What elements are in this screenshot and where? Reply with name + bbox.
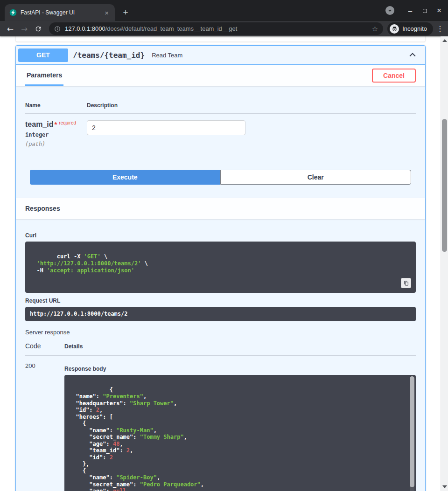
parameter-name-cell: team_id*required integer (path) xyxy=(25,120,87,147)
url-host: 127.0.0.1:8000 xyxy=(65,25,105,32)
responses-header: Responses xyxy=(16,198,425,219)
parameters-header: Parameters Cancel xyxy=(16,65,425,86)
swagger-page: GET /teams/{team_id} Read Team Parameter… xyxy=(0,36,448,491)
endpoint-summary: Read Team xyxy=(152,52,182,59)
parameters-table-header: Name Description xyxy=(25,96,416,114)
titlebar: FastAPI - Swagger UI × + – × xyxy=(0,0,448,21)
request-url-value: http://127.0.0.1:8000/teams/2 xyxy=(25,307,416,321)
server-response-label: Server response xyxy=(25,329,416,336)
method-badge: GET xyxy=(18,48,68,62)
tab-title: FastAPI - Swagger UI xyxy=(21,9,103,16)
maximize-button[interactable] xyxy=(421,7,428,14)
parameter-name: team_id xyxy=(25,120,53,128)
response-details-cell: Response body { "name": "Preventers", "h… xyxy=(64,362,416,491)
address-bar[interactable]: 127.0.0.1:8000/docs#/default/read_team_t… xyxy=(49,22,383,35)
window-controls: – × xyxy=(385,0,442,21)
new-tab-button[interactable]: + xyxy=(119,7,132,19)
required-label: required xyxy=(59,120,76,125)
responses-title: Responses xyxy=(25,205,60,212)
request-url-label: Request URL xyxy=(25,297,416,304)
response-row: 200 Response body { "name": "Preventers"… xyxy=(25,362,416,491)
curl-label: Curl xyxy=(25,232,416,239)
scroll-up-icon[interactable] xyxy=(442,39,447,42)
close-button[interactable]: × xyxy=(436,7,442,14)
previous-section-edge xyxy=(15,36,426,42)
curl-code: curl -X 'GET' \ 'http://127.0.0.1:8000/t… xyxy=(25,242,416,293)
status-code: 200 xyxy=(25,362,64,491)
parameters-section: Name Description team_id*required intege… xyxy=(16,86,425,198)
required-star: * xyxy=(54,120,57,128)
incognito-icon xyxy=(390,24,399,34)
description-column-header: Description xyxy=(87,102,118,109)
url-text[interactable]: 127.0.0.1:8000/docs#/default/read_team_t… xyxy=(65,25,372,32)
parameter-location: (path) xyxy=(25,141,87,147)
forward-icon: → xyxy=(18,23,31,35)
name-column-header: Name xyxy=(25,102,87,109)
parameter-row: team_id*required integer (path) xyxy=(25,114,416,147)
response-scrollbar-thumb[interactable] xyxy=(410,376,414,487)
response-body-label: Response body xyxy=(64,366,416,372)
team-id-input[interactable] xyxy=(87,120,245,135)
parameter-description-cell xyxy=(87,120,245,147)
endpoint-path: /teams/{team_id} xyxy=(73,51,145,60)
browser-chrome: FastAPI - Swagger UI × + – × ← → 127.0.0… xyxy=(0,0,448,36)
maximize-icon xyxy=(423,9,427,13)
details-column-header: Details xyxy=(64,343,83,350)
tab-search-icon[interactable] xyxy=(385,6,394,15)
execute-button[interactable]: Execute xyxy=(30,170,220,185)
bookmark-star-icon[interactable]: ☆ xyxy=(372,25,378,33)
response-json-text: { "name": "Preventers", "headquarters": … xyxy=(69,387,204,491)
back-icon[interactable]: ← xyxy=(4,23,17,35)
code-column-header: Code xyxy=(25,342,64,350)
url-path: /docs#/default/read_team_teams__team_id_… xyxy=(105,25,238,32)
copy-to-clipboard-icon[interactable] xyxy=(401,278,411,288)
minimize-button[interactable]: – xyxy=(407,7,413,14)
page-scrollbar-thumb[interactable] xyxy=(442,119,447,252)
browser-toolbar: ← → 127.0.0.1:8000/docs#/default/read_te… xyxy=(0,21,448,36)
execute-row: Execute Clear xyxy=(30,170,411,185)
incognito-label: Incognito xyxy=(402,25,427,32)
responses-section: Curl curl -X 'GET' \ 'http://127.0.0.1:8… xyxy=(16,219,425,491)
browser-tab[interactable]: FastAPI - Swagger UI × xyxy=(5,4,115,21)
parameter-type: integer xyxy=(25,131,87,138)
page-info-icon[interactable] xyxy=(54,26,61,32)
cancel-button[interactable]: Cancel xyxy=(372,69,416,83)
browser-menu-icon[interactable]: ⋮ xyxy=(436,24,444,33)
fastapi-favicon-icon xyxy=(9,9,17,16)
response-body-code: { "name": "Preventers", "headquarters": … xyxy=(64,375,416,491)
response-table-header: Code Details xyxy=(25,342,416,356)
tab-parameters[interactable]: Parameters xyxy=(25,65,63,86)
incognito-badge: Incognito xyxy=(387,22,433,35)
opblock-summary[interactable]: GET /teams/{team_id} Read Team xyxy=(16,46,425,65)
scroll-down-icon[interactable] xyxy=(442,485,447,488)
tab-close-icon[interactable]: × xyxy=(103,9,110,17)
opblock-get-read-team: GET /teams/{team_id} Read Team Parameter… xyxy=(15,45,426,491)
clear-button[interactable]: Clear xyxy=(220,170,412,185)
page-scrollbar[interactable] xyxy=(441,36,448,491)
reload-icon[interactable] xyxy=(32,23,45,35)
curl-command-text: curl -X 'GET' \ 'http://127.0.0.1:8000/t… xyxy=(30,253,148,274)
collapse-chevron-icon[interactable] xyxy=(408,50,417,60)
